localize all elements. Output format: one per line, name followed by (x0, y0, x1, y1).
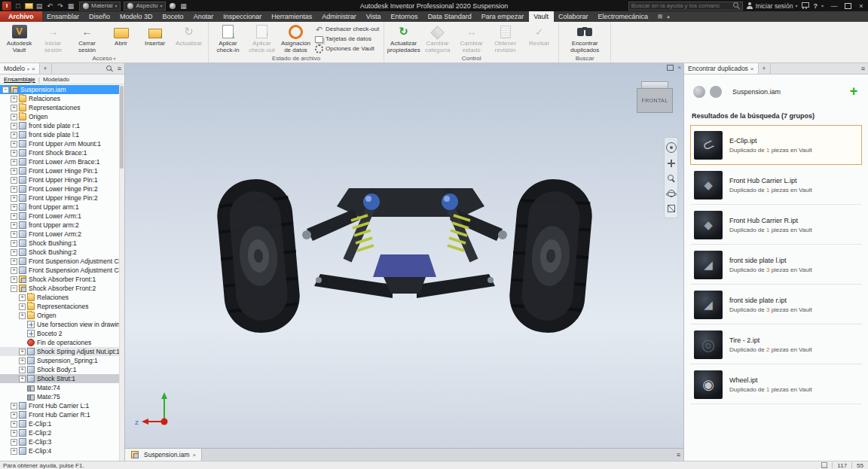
tree-item[interactable]: Front Lower Arm:2 (0, 230, 124, 239)
tree-scrollbar[interactable] (119, 84, 124, 461)
tree-expand-toggle[interactable] (11, 276, 17, 283)
tree-item[interactable]: Representaciones (0, 302, 124, 311)
tree-item[interactable]: Front Hub Carrier R:1 (0, 410, 124, 419)
tree-expand-toggle[interactable] (11, 258, 17, 265)
revision-button[interactable]: Obtener revisión (488, 23, 522, 55)
tree-expand-toggle[interactable] (11, 231, 17, 238)
add-panel-tab-button[interactable]: + (40, 63, 52, 74)
tree-expand-toggle[interactable] (2, 87, 9, 93)
binoculars-button[interactable]: Encontrar duplicados (561, 23, 608, 55)
tab-boceto[interactable]: Boceto (157, 11, 188, 22)
updateprops-button[interactable]: Actualizar propiedades (387, 23, 420, 55)
cube-icon[interactable] (667, 204, 676, 213)
result-card[interactable]: front side plate r.ipt Duplicado de 3 pi… (690, 285, 862, 324)
tree-item[interactable]: Representaciones (0, 103, 124, 112)
tree-expand-toggle[interactable] (11, 96, 17, 102)
tree-expand-toggle[interactable] (19, 349, 26, 355)
tree-expand-toggle[interactable] (11, 105, 17, 111)
sign-in-button[interactable]: Iniciar sesión ▾ (747, 2, 798, 10)
tree-item[interactable]: Suspension.iam (0, 85, 124, 94)
tree-item[interactable]: Shock Absorber Front:1 (0, 275, 124, 284)
tree-item[interactable]: Front Upper Hinge Pin:2 (0, 193, 124, 203)
tab-modelo[interactable]: Modelo ▾ × (0, 63, 40, 74)
tree-expand-toggle[interactable] (11, 204, 17, 211)
tree-item[interactable]: Suspension_Spring:1 (0, 356, 124, 365)
tree-expand-toggle[interactable] (11, 285, 17, 292)
tree-expand-toggle[interactable] (11, 195, 17, 202)
tree-expand-toggle[interactable] (19, 330, 26, 337)
tab-encontrar-duplicados[interactable]: Encontrar duplicados × (684, 63, 759, 74)
cards-button[interactable]: Tarjetas de datos (313, 35, 381, 44)
tab-herramientas[interactable]: Herramientas (267, 11, 317, 22)
tree-expand-toggle[interactable] (19, 376, 26, 382)
subtab-modelado[interactable]: Modelado (43, 76, 69, 83)
zoom-icon[interactable] (667, 174, 676, 183)
help-search-input[interactable] (631, 2, 731, 9)
sphere-icon[interactable] (167, 1, 178, 11)
tree-item[interactable]: E-Clip:1 (0, 419, 124, 428)
vault-button[interactable]: Autodesk Vault (2, 23, 36, 55)
browser-menu-icon[interactable]: ≡ (118, 65, 121, 72)
chevron-down-icon[interactable]: ▾ (821, 3, 824, 8)
viewcube-top-face[interactable] (641, 81, 668, 88)
group-label-acceso[interactable]: Acceso▾ (0, 54, 208, 62)
tree-expand-toggle[interactable] (11, 412, 17, 419)
insert-button[interactable]: Insertar (138, 23, 172, 55)
result-card[interactable]: Front Hub Carrier R.ipt Duplicado de 1 p… (690, 205, 862, 245)
browser-search-icon[interactable] (106, 65, 113, 72)
checkin-button[interactable]: Aplicar check-in (211, 23, 245, 55)
tree-item[interactable]: Shock Bushing:2 (0, 248, 124, 257)
tree-item[interactable]: Front Lower Arm Brace:1 (0, 157, 124, 166)
tree-expand-toggle[interactable] (11, 159, 17, 166)
tree-expand-toggle[interactable] (11, 123, 17, 129)
viewport-canvas[interactable]: × FRONTAL (125, 63, 683, 448)
inventor-logo[interactable]: I (2, 2, 11, 11)
close-document-icon[interactable]: × (677, 64, 681, 71)
tree-expand-toggle[interactable] (19, 321, 26, 328)
search-icon[interactable] (733, 2, 740, 9)
panel-menu-icon[interactable]: ≡ (861, 65, 865, 72)
tab-modelo-3d[interactable]: Modelo 3D (115, 11, 158, 22)
review-button[interactable]: Revisar (522, 23, 556, 55)
result-card[interactable]: Tire - 2.ipt Duplicado de 2 piezas en Va… (690, 324, 862, 364)
tree-expand-toggle[interactable] (11, 132, 17, 139)
tree-item[interactable]: Front Suspension Adjustment Clip:2 (0, 266, 124, 275)
tree-expand-toggle[interactable] (19, 358, 26, 364)
tree-item[interactable]: Boceto 2 (0, 329, 124, 338)
redo-icon[interactable] (55, 1, 66, 11)
tree-item[interactable]: Use forsection view in drawing (0, 320, 124, 329)
tree-item[interactable]: front Upper arm:2 (0, 221, 124, 230)
tree-item[interactable]: Origen (0, 112, 124, 121)
signin-button[interactable]: Iniciar sesión (36, 23, 70, 55)
tree-expand-toggle[interactable] (11, 249, 17, 256)
tab-anotar[interactable]: Anotar (188, 11, 219, 22)
tree-item[interactable]: Front Upper Arm Mount:1 (0, 139, 124, 148)
category-button[interactable]: Cambiar categoría (420, 23, 454, 55)
tab-administrar[interactable]: Administrar (317, 11, 362, 22)
tree-item[interactable]: Shock Bushing:1 (0, 239, 124, 248)
tree-item[interactable]: Relaciones (0, 293, 124, 302)
tree-item[interactable]: Fin de operaciones (0, 338, 124, 347)
result-card[interactable]: E-Clip.ipt Duplicado de 1 piezas en Vaul… (690, 125, 862, 165)
tree-item[interactable]: Front Lower Hinge Pin:1 (0, 166, 124, 175)
tree-expand-toggle[interactable] (19, 303, 26, 310)
viewcube-front-face[interactable]: FRONTAL (637, 88, 673, 113)
print-icon[interactable] (66, 1, 76, 11)
tree-item[interactable]: Shock Body:1 (0, 365, 124, 374)
ribbon-collapse-icon[interactable]: ▴ (667, 14, 670, 20)
tab-archivo[interactable]: Archivo (0, 11, 42, 22)
tree-expand-toggle[interactable] (11, 150, 17, 157)
tree-expand-toggle[interactable] (19, 394, 26, 400)
tree-item[interactable]: Front Shock Brace:1 (0, 148, 124, 157)
close-icon[interactable]: × (750, 65, 754, 72)
tree-expand-toggle[interactable] (11, 439, 17, 446)
result-card[interactable]: Wheel.ipt Duplicado de 1 piezas en Vault (690, 364, 862, 404)
suspension-3d-model[interactable] (194, 160, 616, 348)
tree-item[interactable]: Mate:75 (0, 392, 124, 401)
tree-scrollbar-thumb[interactable] (120, 86, 124, 169)
tree-item[interactable]: front Upper arm:1 (0, 203, 124, 212)
tab-inspeccionar[interactable]: Inspeccionar (219, 11, 267, 22)
viewcube[interactable]: FRONTAL (637, 81, 673, 113)
tree-item[interactable]: front side plate r:1 (0, 121, 124, 130)
close-icon[interactable]: × (192, 452, 196, 458)
